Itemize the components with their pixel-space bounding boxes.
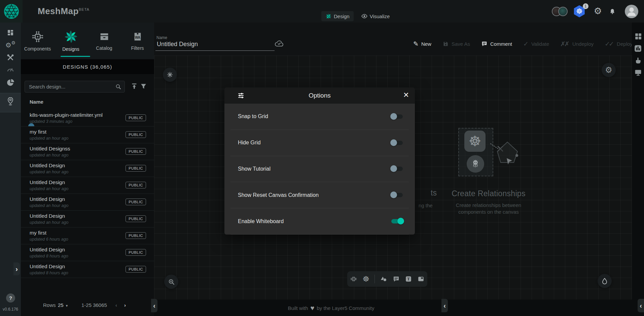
design-row[interactable]: Untitled Design updated an hour ago PUBL… <box>21 160 154 177</box>
notifications-bell-icon[interactable] <box>609 8 616 15</box>
design-search <box>25 81 125 93</box>
layer5-logo[interactable] <box>0 0 23 23</box>
tab-filters[interactable]: WA Filters <box>121 23 154 59</box>
panel-collapse-handle[interactable]: ‹ <box>151 299 157 312</box>
magnifier-plus-icon <box>168 278 175 285</box>
rail-meshmap-pin-icon[interactable] <box>0 96 21 106</box>
dock-pointer-hand-icon[interactable] <box>632 57 644 65</box>
rail-dashboard-icon[interactable] <box>0 29 21 37</box>
enable-whiteboard-toggle[interactable] <box>390 218 404 225</box>
settings-gear-icon[interactable]: ⚙ <box>594 7 602 16</box>
option-row-hide-grid: Hide Grid <box>230 130 409 156</box>
comment-button[interactable]: Comment <box>481 41 512 47</box>
tab-design[interactable]: Design <box>321 11 354 21</box>
design-updated: updated 8 hours ago <box>30 254 68 258</box>
text-tool-icon[interactable]: T <box>405 275 412 283</box>
visibility-badge: PUBLIC <box>126 182 146 188</box>
rail-expand-handle[interactable]: › <box>13 262 20 275</box>
filter-icon[interactable] <box>140 83 147 90</box>
show-tutorial-toggle[interactable] <box>390 165 404 172</box>
footer-bar: Built with ♥ by the Layer5 Community <box>154 300 632 316</box>
pill-divider <box>374 275 375 283</box>
rail-configuration-tools-icon[interactable] <box>0 54 21 62</box>
rows-label: Rows <box>43 302 56 308</box>
canvas-collapse-handle[interactable]: ‹ <box>441 299 448 312</box>
beta-tag: BETA <box>79 7 90 11</box>
design-row[interactable]: Untitled Designss updated an hour ago PU… <box>21 143 154 160</box>
designs-panel: Components Designs Catalo <box>21 23 154 316</box>
design-row[interactable]: k8s-wasm-plugin-ratelimiter.yml updated … <box>21 110 154 127</box>
comment-tool-icon[interactable] <box>393 276 400 283</box>
design-row[interactable]: Untitled Design updated 8 hours ago PUBL… <box>21 244 154 261</box>
design-updated: updated an hour ago <box>30 153 68 157</box>
dock-collapse-handle[interactable]: ‹ <box>638 299 644 312</box>
zoom-button[interactable] <box>164 275 178 289</box>
dock-metrics-icon[interactable] <box>632 44 644 53</box>
tab-catalog[interactable]: Catalog <box>87 23 121 59</box>
components-chip-icon <box>31 30 44 43</box>
design-row[interactable]: Untitled Design updated an hour ago PUBL… <box>21 177 154 194</box>
tab-visualize-label: Visualize <box>370 13 390 19</box>
dock-screen-icon[interactable] <box>632 68 644 77</box>
pagination-bar: Rows 25▾ 1-25 36065 ‹ › <box>21 298 154 316</box>
next-page-button[interactable]: › <box>124 302 126 308</box>
rail-lifecycle-gears-icon[interactable]: ⚙⚙ <box>0 41 21 49</box>
sidecar-spiral-icon <box>325 13 332 20</box>
tab-designs[interactable]: Designs <box>54 23 87 59</box>
canvas-snowflake-button[interactable] <box>163 68 177 82</box>
app-title: MeshMapBETA <box>38 6 90 16</box>
import-design-icon[interactable] <box>131 82 138 90</box>
design-updated: updated an hour ago <box>30 170 68 174</box>
reset-canvas-confirmation-toggle[interactable] <box>390 191 404 199</box>
collaborator-avatar-2[interactable] <box>558 7 568 16</box>
previous-page-button[interactable]: ‹ <box>115 302 117 308</box>
design-name: Untitled Design <box>30 163 65 169</box>
rail-performance-gauge-icon[interactable] <box>0 66 21 74</box>
tab-visualize[interactable]: Visualize <box>357 11 394 21</box>
designs-count-header: DESIGNS (36,065) <box>21 59 154 74</box>
validate-button[interactable]: ✓ Validate <box>523 40 549 48</box>
canvas-settings-button[interactable]: ⚙ <box>602 63 616 77</box>
dock-dashboard-icon[interactable] <box>632 32 644 40</box>
design-name-input[interactable] <box>155 40 275 51</box>
kubernetes-tool-icon[interactable]: ☸ <box>362 275 369 283</box>
new-button[interactable]: ✎ New <box>413 40 431 48</box>
help-button[interactable]: ? <box>6 293 15 303</box>
profile-avatar[interactable] <box>625 5 638 18</box>
hide-grid-toggle[interactable] <box>390 139 404 146</box>
deploy-button[interactable]: ✓ ✓ Deploy <box>605 40 633 48</box>
shapes-tool-icon[interactable] <box>380 275 388 283</box>
design-updated: updated 6 hours ago <box>30 237 68 242</box>
floppy-icon <box>442 41 449 47</box>
close-icon[interactable]: × <box>403 90 409 100</box>
component-tool-icon[interactable] <box>350 275 357 283</box>
design-row[interactable]: Untitled Design updated 8 hours ago PUBL… <box>21 261 154 278</box>
filters-wasm-icon: WA <box>132 31 143 42</box>
kubernetes-context-button[interactable]: ☸ 1 <box>574 5 585 17</box>
design-row[interactable]: Untitled Design updated an hour ago PUBL… <box>21 194 154 211</box>
rows-per-page-select[interactable]: 25▾ <box>58 302 68 308</box>
design-name-label: Name <box>156 35 167 40</box>
rail-extensions-pie-icon[interactable] <box>0 78 21 87</box>
pencil-icon: ✎ <box>413 40 419 48</box>
search-input[interactable] <box>25 84 115 90</box>
app-version: v0.6.176 <box>0 307 21 312</box>
mode-switcher: Design Visualize <box>321 11 394 21</box>
design-name: Untitled Design <box>30 264 65 270</box>
tutorial-relationship-arrow <box>481 140 520 168</box>
undeploy-button[interactable]: ✗ ✗ Undeploy <box>560 40 594 48</box>
design-updated: updated an hour ago <box>30 220 68 225</box>
whiteboard-drop-button[interactable] <box>598 274 612 288</box>
design-row[interactable]: my first updated 6 hours ago PUBLIC <box>21 227 154 244</box>
visibility-badge: PUBLIC <box>126 232 146 239</box>
tab-components[interactable]: Components <box>21 23 54 59</box>
occluded-tutorial-title-fragment: ts <box>431 188 437 198</box>
design-row[interactable]: Untitled Design updated an hour ago PUBL… <box>21 211 154 227</box>
cross-icon: ✗ <box>564 40 570 48</box>
snap-to-grid-toggle[interactable] <box>390 113 404 120</box>
visibility-badge: PUBLIC <box>126 199 146 205</box>
design-row[interactable]: my first updated an hour ago PUBLIC <box>21 127 154 143</box>
column-header-name: Name <box>30 99 43 105</box>
media-tool-icon[interactable] <box>417 275 425 283</box>
save-as-button[interactable]: Save As <box>442 41 470 47</box>
